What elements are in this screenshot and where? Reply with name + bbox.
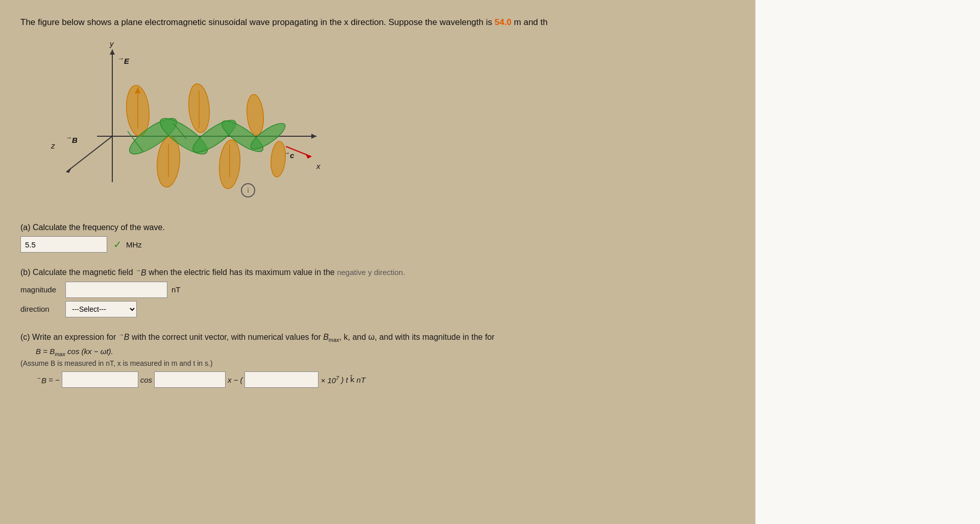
svg-line-4 [66,136,112,172]
close-paren-t: ) t [341,376,348,384]
cos-label: cos [140,376,152,384]
b-vector-text: →B [135,268,146,277]
magnitude-unit: nT [172,285,181,294]
part-b-text-mid: when the electric field has its maximum … [149,268,335,277]
part-c-text-start: (c) Write an expression for [20,333,116,341]
direction-label: direction [20,305,61,313]
em-wave-svg [51,39,337,203]
open-paren: ( [240,376,242,384]
neg-y-text: negative y direction. [337,268,405,277]
eq-minus: = − [48,376,60,384]
direction-select[interactable]: ---Select--- +x direction -x direction +… [65,301,137,317]
frequency-input[interactable] [20,236,107,253]
wavelength-unit: m and th [514,17,548,27]
wavelength-value: 54.0 [495,17,511,27]
em-wave-figure: y z x →E →B →c [51,39,347,213]
svg-marker-5 [66,168,71,173]
b-max-input[interactable] [62,371,138,388]
svg-marker-1 [311,134,316,139]
c-b-vector: →B [118,333,130,341]
svg-point-11 [270,141,287,178]
vec-b-label: →B [36,375,46,385]
magnitude-label: magnitude [20,285,61,294]
x-label: x − [228,376,238,384]
part-b-text-start: (b) Calculate the magnetic field [20,268,133,277]
svg-marker-3 [110,49,115,55]
svg-point-10 [246,94,265,136]
part-c-text-mid: with the correct unit vector, with numer… [132,333,495,341]
check-icon: ✓ [113,238,122,251]
k-hat-label: k̂ [350,375,355,384]
intro-text: The figure below shows a plane electroma… [20,17,492,27]
white-overlay [755,0,980,524]
magnitude-input[interactable] [65,282,167,298]
times-10: × 107 [321,375,339,385]
omega-input[interactable] [244,371,318,388]
info-circle[interactable]: i [241,183,255,197]
frequency-unit: MHz [126,240,142,249]
k-input[interactable] [154,371,226,388]
nt-label: nT [357,376,366,384]
